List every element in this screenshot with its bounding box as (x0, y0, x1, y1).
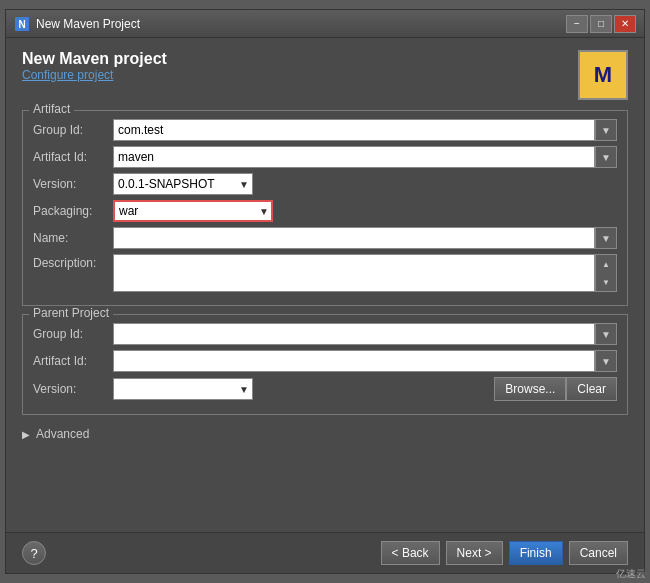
dialog-title: New Maven project (22, 50, 167, 68)
svg-text:N: N (18, 19, 25, 30)
window-controls: − □ ✕ (566, 15, 636, 33)
artifact-id-input[interactable] (113, 146, 595, 168)
desc-up-icon: ▲ (602, 260, 610, 269)
minimize-button[interactable]: − (566, 15, 588, 33)
parent-version-select-wrapper: ▼ (113, 378, 253, 400)
footer-left: ? (22, 541, 46, 565)
cancel-button[interactable]: Cancel (569, 541, 628, 565)
header-section: New Maven project Configure project M (22, 50, 628, 100)
description-label: Description: (33, 254, 113, 270)
parent-version-select[interactable] (113, 378, 253, 400)
description-row: Description: ▲ ▼ (33, 254, 617, 292)
name-row: Name: ▼ (33, 227, 617, 249)
artifact-id-dropdown-btn[interactable]: ▼ (595, 146, 617, 168)
parent-version-row: Version: ▼ Browse... Clear (33, 377, 617, 401)
parent-group-id-arrow-icon: ▼ (601, 329, 611, 340)
artifact-id-arrow-icon: ▼ (601, 152, 611, 163)
main-window: N New Maven Project − □ ✕ New Maven proj… (5, 9, 645, 574)
parent-group-id-label: Group Id: (33, 327, 113, 341)
advanced-row[interactable]: ▶ Advanced (22, 423, 628, 445)
finish-button[interactable]: Finish (509, 541, 563, 565)
clear-button[interactable]: Clear (566, 377, 617, 401)
advanced-arrow-icon: ▶ (22, 429, 30, 440)
parent-project-section: Parent Project Group Id: ▼ Artifact Id: … (22, 314, 628, 415)
artifact-id-label: Artifact Id: (33, 150, 113, 164)
name-arrow-icon: ▼ (601, 233, 611, 244)
packaging-label: Packaging: (33, 204, 113, 218)
browse-button[interactable]: Browse... (494, 377, 566, 401)
group-id-wrapper (113, 119, 595, 141)
version-select[interactable]: 0.0.1-SNAPSHOT (113, 173, 253, 195)
packaging-row: Packaging: war jar pom ear ejb ▼ (33, 200, 617, 222)
back-button[interactable]: < Back (381, 541, 440, 565)
next-button[interactable]: Next > (446, 541, 503, 565)
artifact-section-label: Artifact (29, 102, 74, 116)
group-id-arrow-icon: ▼ (601, 125, 611, 136)
version-select-wrapper: 0.0.1-SNAPSHOT ▼ (113, 173, 253, 195)
dialog-content: New Maven project Configure project M Ar… (6, 38, 644, 532)
packaging-select-wrapper: war jar pom ear ejb ▼ (113, 200, 273, 222)
parent-group-id-input[interactable] (113, 323, 595, 345)
help-button[interactable]: ? (22, 541, 46, 565)
parent-artifact-id-dropdown-btn[interactable]: ▼ (595, 350, 617, 372)
parent-artifact-id-input[interactable] (113, 350, 595, 372)
parent-group-id-dropdown-btn[interactable]: ▼ (595, 323, 617, 345)
packaging-select[interactable]: war jar pom ear ejb (113, 200, 273, 222)
configure-link[interactable]: Configure project (22, 68, 113, 82)
maximize-button[interactable]: □ (590, 15, 612, 33)
description-input[interactable] (113, 254, 595, 292)
watermark: 亿速云 (616, 567, 646, 581)
description-scroll[interactable]: ▲ ▼ (595, 254, 617, 292)
close-button[interactable]: ✕ (614, 15, 636, 33)
artifact-section: Artifact Group Id: ▼ Artifact Id: ▼ Vers… (22, 110, 628, 306)
version-row: Version: 0.0.1-SNAPSHOT ▼ (33, 173, 617, 195)
title-bar: N New Maven Project − □ ✕ (6, 10, 644, 38)
group-id-row: Group Id: ▼ (33, 119, 617, 141)
artifact-id-row: Artifact Id: ▼ (33, 146, 617, 168)
advanced-label: Advanced (36, 427, 89, 441)
parent-section-label: Parent Project (29, 306, 113, 320)
footer-right: < Back Next > Finish Cancel (381, 541, 628, 565)
desc-down-icon: ▼ (602, 278, 610, 287)
parent-artifact-id-row: Artifact Id: ▼ (33, 350, 617, 372)
version-label: Version: (33, 177, 113, 191)
group-id-dropdown-btn[interactable]: ▼ (595, 119, 617, 141)
window-title: New Maven Project (36, 17, 566, 31)
maven-icon: M (578, 50, 628, 100)
name-label: Name: (33, 231, 113, 245)
dialog-footer: ? < Back Next > Finish Cancel (6, 532, 644, 573)
parent-artifact-id-arrow-icon: ▼ (601, 356, 611, 367)
parent-version-label: Version: (33, 382, 113, 396)
header-text: New Maven project Configure project (22, 50, 167, 82)
parent-group-id-row: Group Id: ▼ (33, 323, 617, 345)
group-id-label: Group Id: (33, 123, 113, 137)
name-dropdown-btn[interactable]: ▼ (595, 227, 617, 249)
name-input[interactable] (113, 227, 595, 249)
parent-artifact-id-label: Artifact Id: (33, 354, 113, 368)
group-id-input[interactable] (113, 119, 595, 141)
window-icon: N (14, 16, 30, 32)
